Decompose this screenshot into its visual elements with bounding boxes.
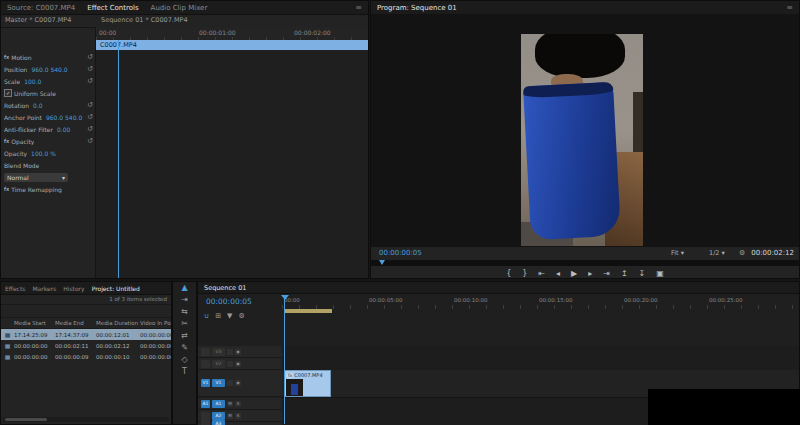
- effect-row-motion[interactable]: fx Motion ↺: [1, 51, 95, 63]
- step-back-button[interactable]: ◂: [556, 269, 560, 278]
- table-row[interactable]: ▦ 00:00:00:00 00:00:00:09 00:00:00:10 00…: [1, 351, 171, 362]
- tab-history[interactable]: History: [63, 285, 84, 292]
- playhead[interactable]: [118, 40, 119, 278]
- effect-row-scale[interactable]: Scale 100.0 ↺: [1, 75, 95, 87]
- table-row[interactable]: ▦ 17:14:25:09 17:14:37:09 00:00:12:01 00…: [1, 329, 171, 340]
- linked-selection-toggle[interactable]: ⊞: [215, 312, 221, 320]
- add-marker-button[interactable]: ▼: [227, 312, 232, 320]
- mute-track-button[interactable]: M: [227, 401, 233, 407]
- razor-tool[interactable]: ✂: [173, 318, 196, 330]
- effect-row-rotation[interactable]: Rotation 0.0 ↺: [1, 99, 95, 111]
- scale-value[interactable]: 100.0: [24, 78, 41, 85]
- step-forward-button[interactable]: ▸: [588, 269, 592, 278]
- track-lock-icon[interactable]: [227, 349, 233, 355]
- effect-row-anchor-point[interactable]: Anchor Point 960.0 540.0 ↺: [1, 111, 95, 123]
- timeline-clip[interactable]: fxC0007.MP4: [284, 370, 331, 397]
- track-target-a2[interactable]: A2: [212, 412, 225, 420]
- tab-sequence[interactable]: Sequence 01: [204, 284, 246, 292]
- go-to-in-button[interactable]: ⇤: [538, 269, 545, 278]
- toggle-track-output-icon[interactable]: ◉: [235, 349, 241, 355]
- track-target-a3[interactable]: A3: [212, 420, 225, 425]
- tab-audio-clip-mixer[interactable]: Audio Clip Mixer: [151, 4, 208, 12]
- effect-row-uniform-scale[interactable]: ✓ Uniform Scale: [1, 87, 95, 99]
- uniform-scale-checkbox[interactable]: ✓: [4, 89, 12, 97]
- source-patch-a2[interactable]: [201, 412, 210, 420]
- reset-icon[interactable]: ↺: [87, 53, 93, 61]
- slip-tool[interactable]: ⇄: [173, 330, 196, 342]
- settings-wrench-icon[interactable]: ⚙: [739, 247, 745, 260]
- timeline-current-timecode[interactable]: 00:00:00:05: [206, 297, 252, 306]
- extract-button[interactable]: ↧: [639, 269, 646, 278]
- effect-row-anti-flicker[interactable]: Anti-flicker Filter 0.00 ↺: [1, 123, 95, 135]
- rotation-value[interactable]: 0.0: [33, 102, 43, 109]
- source-patch-a3[interactable]: [201, 420, 210, 425]
- lift-button[interactable]: ↥: [621, 269, 628, 278]
- playhead-grip[interactable]: [281, 295, 289, 300]
- playhead[interactable]: [284, 295, 285, 424]
- track-target-v2[interactable]: V2: [212, 360, 225, 368]
- type-tool[interactable]: T: [173, 366, 196, 378]
- ripple-edit-tool[interactable]: ⇆: [173, 306, 196, 318]
- col-media-duration[interactable]: Media Duration: [96, 320, 140, 326]
- tab-source-monitor[interactable]: Source: C0007.MP4: [7, 4, 75, 12]
- table-row[interactable]: ▦ 00:00:00:00 00:00:02:11 00:00:02:12 00…: [1, 340, 171, 351]
- col-video-in-point[interactable]: Video In Point: [140, 320, 171, 326]
- play-button[interactable]: ▶: [571, 269, 577, 278]
- reset-icon[interactable]: ↺: [87, 77, 93, 85]
- snap-toggle[interactable]: ∪: [204, 312, 209, 320]
- solo-track-button[interactable]: S: [235, 401, 241, 407]
- go-to-out-button[interactable]: ⇥: [603, 269, 610, 278]
- toggle-track-output-icon[interactable]: ◉: [235, 380, 241, 386]
- timeline-ruler[interactable]: 00:00 00:00:05:00 00:00:10:00 00:00:15:0…: [282, 295, 799, 309]
- source-patch-v2[interactable]: [201, 360, 210, 368]
- position-value[interactable]: 960.0 540.0: [31, 66, 67, 73]
- reset-icon[interactable]: ↺: [87, 125, 93, 133]
- effect-controls-ruler[interactable]: 00:00 00:00:01:00 00:00:02:00: [96, 27, 368, 41]
- selected-clip-bar[interactable]: C0007.MP4: [96, 40, 368, 50]
- blend-mode-select[interactable]: Normal ▾: [4, 173, 68, 182]
- effect-row-time-remapping[interactable]: fx Time Remapping: [1, 183, 95, 195]
- track-target-v1[interactable]: V1: [212, 379, 225, 387]
- work-area-bar[interactable]: [284, 309, 332, 313]
- track-target-a1[interactable]: A1: [212, 400, 225, 408]
- source-patch-v1[interactable]: V1: [201, 379, 210, 387]
- program-scrubber[interactable]: [371, 260, 799, 266]
- track-lock-icon[interactable]: [227, 380, 233, 386]
- solo-track-button[interactable]: S: [235, 413, 241, 419]
- selection-tool[interactable]: ▲: [173, 282, 196, 294]
- playback-resolution-select[interactable]: 1/2 ▾: [709, 247, 725, 260]
- reset-icon[interactable]: ↺: [87, 65, 93, 73]
- reset-icon[interactable]: ↺: [87, 113, 93, 121]
- zoom-fit-select[interactable]: Fit ▾: [671, 247, 684, 260]
- col-media-end[interactable]: Media End: [55, 320, 96, 326]
- panel-menu-icon[interactable]: ≡: [355, 3, 362, 12]
- tab-project[interactable]: Project: Untitled: [92, 285, 140, 292]
- panel-menu-icon[interactable]: ≡: [786, 3, 793, 12]
- reset-icon[interactable]: ↺: [87, 137, 93, 145]
- opacity-value[interactable]: 100.0 %: [31, 150, 56, 157]
- mute-track-button[interactable]: M: [227, 413, 233, 419]
- col-media-start[interactable]: Media Start: [14, 320, 55, 326]
- hand-tool[interactable]: ◇: [173, 354, 196, 366]
- effect-row-opacity[interactable]: Opacity 100.0 %: [1, 147, 95, 159]
- mark-out-button[interactable]: }: [522, 269, 527, 278]
- track-select-forward-tool[interactable]: ⇥: [173, 294, 196, 306]
- anchor-point-value[interactable]: 960.0 540.0: [46, 114, 82, 121]
- tab-effect-controls[interactable]: Effect Controls: [87, 4, 138, 12]
- tab-markers[interactable]: Markers: [32, 285, 56, 292]
- scrubber-playhead[interactable]: [379, 260, 385, 265]
- effect-row-opacity-group[interactable]: fx Opacity ↺: [1, 135, 95, 147]
- timeline-settings-icon[interactable]: ⚙: [238, 312, 244, 320]
- mark-in-button[interactable]: {: [506, 269, 511, 278]
- source-patch-a1[interactable]: A1: [201, 400, 210, 408]
- current-timecode[interactable]: 00:00:00:05: [379, 247, 422, 260]
- pen-tool[interactable]: ✎: [173, 342, 196, 354]
- reset-icon[interactable]: ↺: [87, 101, 93, 109]
- tab-program-sequence[interactable]: Program: Sequence 01: [377, 4, 457, 12]
- effect-row-position[interactable]: Position 960.0 540.0 ↺: [1, 63, 95, 75]
- track-target-v3[interactable]: V3: [212, 348, 225, 356]
- tab-effects[interactable]: Effects: [5, 285, 25, 292]
- anti-flicker-value[interactable]: 0.00: [57, 126, 70, 133]
- export-frame-button[interactable]: ▣: [656, 269, 664, 278]
- track-lock-icon[interactable]: [227, 361, 233, 367]
